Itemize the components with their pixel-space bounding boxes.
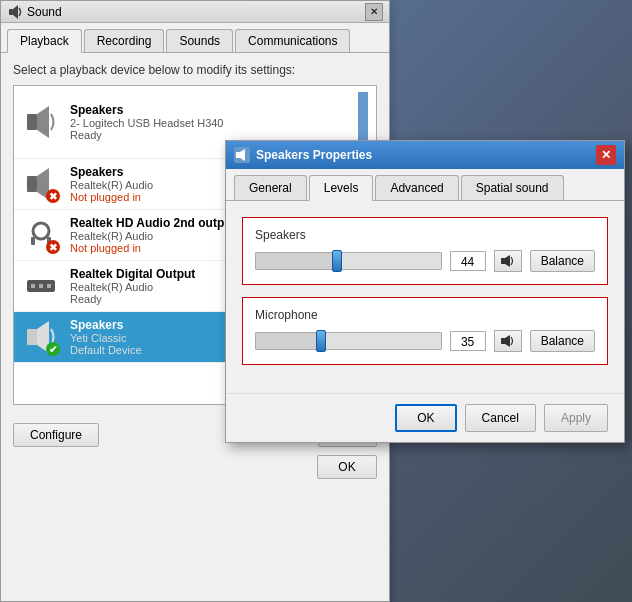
device-info-speakers-realtek: Speakers Realtek(R) Audio Not plugged in bbox=[70, 165, 153, 203]
props-ok-button[interactable]: OK bbox=[395, 404, 456, 432]
device-icon-realtek-digital bbox=[22, 267, 60, 305]
device-icon-speakers-yeti: ✔ bbox=[22, 318, 60, 356]
svg-rect-12 bbox=[47, 284, 51, 288]
props-tab-advanced[interactable]: Advanced bbox=[375, 175, 458, 200]
speakers-level-controls: 44 Balance bbox=[255, 250, 595, 272]
microphone-slider-fill bbox=[256, 333, 321, 349]
svg-rect-10 bbox=[31, 284, 35, 288]
speakers-level-value: 44 bbox=[450, 251, 486, 271]
props-tabs: General Levels Advanced Spatial sound bbox=[226, 169, 624, 201]
device-status-1: Ready bbox=[70, 129, 223, 141]
device-name-2: Speakers bbox=[70, 165, 153, 179]
sound-tabs: Playback Recording Sounds Communications bbox=[1, 23, 389, 53]
device-status-3: Not plugged in bbox=[70, 242, 236, 254]
device-info-realtek-digital: Realtek Digital Output Realtek(R) Audio … bbox=[70, 267, 195, 305]
props-tab-spatial[interactable]: Spatial sound bbox=[461, 175, 564, 200]
props-dialog-title: Speakers Properties bbox=[256, 148, 596, 162]
microphone-level-section: Microphone 35 Balance bbox=[242, 297, 608, 365]
props-tab-levels[interactable]: Levels bbox=[309, 175, 374, 201]
speakers-slider-track[interactable] bbox=[255, 252, 442, 270]
svg-rect-0 bbox=[9, 9, 13, 15]
configure-button[interactable]: Configure bbox=[13, 423, 99, 447]
device-name-3: Realtek HD Audio 2nd output bbox=[70, 216, 236, 230]
props-close-button[interactable]: ✕ bbox=[596, 145, 616, 165]
playback-description: Select a playback device below to modify… bbox=[13, 63, 377, 77]
microphone-level-value: 35 bbox=[450, 331, 486, 351]
svg-marker-3 bbox=[37, 106, 49, 138]
microphone-level-label: Microphone bbox=[255, 308, 595, 322]
device-status-5: Default Device bbox=[70, 344, 142, 356]
tab-recording[interactable]: Recording bbox=[84, 29, 165, 52]
props-title-icon bbox=[234, 147, 250, 163]
microphone-mute-button[interactable] bbox=[494, 330, 522, 352]
svg-rect-4 bbox=[27, 176, 37, 192]
speakers-level-section: Speakers 44 Balance bbox=[242, 217, 608, 285]
device-status-2: Not plugged in bbox=[70, 191, 153, 203]
badge-green-1: ✔ bbox=[46, 342, 60, 356]
svg-marker-18 bbox=[505, 255, 510, 267]
device-icon-realtek-hd: ✖ bbox=[22, 216, 60, 254]
svg-rect-7 bbox=[31, 237, 35, 245]
speakers-level-label: Speakers bbox=[255, 228, 595, 242]
speakers-mute-button[interactable] bbox=[494, 250, 522, 272]
device-detail-2: Realtek(R) Audio bbox=[70, 179, 153, 191]
sound-title-icon bbox=[7, 4, 23, 20]
sound-ok-button[interactable]: OK bbox=[317, 455, 377, 479]
badge-red-1: ✖ bbox=[46, 189, 60, 203]
device-detail-1: 2- Logitech USB Headset H340 bbox=[70, 117, 223, 129]
device-info-realtek-hd: Realtek HD Audio 2nd output Realtek(R) A… bbox=[70, 216, 236, 254]
props-levels-content: Speakers 44 Balance Microphon bbox=[226, 201, 624, 393]
microphone-level-controls: 35 Balance bbox=[255, 330, 595, 352]
sound-ok-area: OK bbox=[1, 455, 389, 489]
device-info-speakers-yeti: Speakers Yeti Classic Default Device bbox=[70, 318, 142, 356]
speakers-slider-thumb[interactable] bbox=[332, 250, 342, 272]
props-cancel-button[interactable]: Cancel bbox=[465, 404, 536, 432]
props-apply-button[interactable]: Apply bbox=[544, 404, 608, 432]
svg-marker-20 bbox=[505, 335, 510, 347]
svg-rect-19 bbox=[501, 338, 505, 344]
device-icon-speakers-realtek: ✖ bbox=[22, 165, 60, 203]
sound-close-button[interactable]: ✕ bbox=[365, 3, 383, 21]
props-tab-general[interactable]: General bbox=[234, 175, 307, 200]
props-titlebar: Speakers Properties ✕ bbox=[226, 141, 624, 169]
device-detail-5: Yeti Classic bbox=[70, 332, 142, 344]
device-name-1: Speakers bbox=[70, 103, 223, 117]
svg-rect-2 bbox=[27, 114, 37, 130]
device-info-speakers-usb: Speakers 2- Logitech USB Headset H340 Re… bbox=[70, 103, 223, 141]
props-footer: OK Cancel Apply bbox=[226, 393, 624, 442]
svg-marker-1 bbox=[13, 5, 18, 19]
device-detail-3: Realtek(R) Audio bbox=[70, 230, 236, 242]
microphone-slider-track[interactable] bbox=[255, 332, 442, 350]
speakers-slider-fill bbox=[256, 253, 337, 269]
tab-playback[interactable]: Playback bbox=[7, 29, 82, 53]
svg-rect-17 bbox=[501, 258, 505, 264]
tab-sounds[interactable]: Sounds bbox=[166, 29, 233, 52]
props-dialog: Speakers Properties ✕ General Levels Adv… bbox=[225, 140, 625, 443]
svg-rect-15 bbox=[236, 152, 240, 158]
badge-red-2: ✖ bbox=[46, 240, 60, 254]
device-icon-speakers-usb bbox=[22, 103, 60, 141]
svg-marker-16 bbox=[240, 149, 245, 161]
device-name-5: Speakers bbox=[70, 318, 142, 332]
device-name-4: Realtek Digital Output bbox=[70, 267, 195, 281]
device-detail-4: Realtek(R) Audio bbox=[70, 281, 195, 293]
device-status-4: Ready bbox=[70, 293, 195, 305]
sound-titlebar: Sound ✕ bbox=[1, 1, 389, 23]
speakers-balance-button[interactable]: Balance bbox=[530, 250, 595, 272]
tab-communications[interactable]: Communications bbox=[235, 29, 350, 52]
microphone-balance-button[interactable]: Balance bbox=[530, 330, 595, 352]
sound-dialog-title: Sound bbox=[27, 5, 365, 19]
svg-rect-13 bbox=[27, 329, 37, 345]
svg-point-6 bbox=[33, 223, 49, 239]
microphone-slider-thumb[interactable] bbox=[316, 330, 326, 352]
svg-rect-11 bbox=[39, 284, 43, 288]
